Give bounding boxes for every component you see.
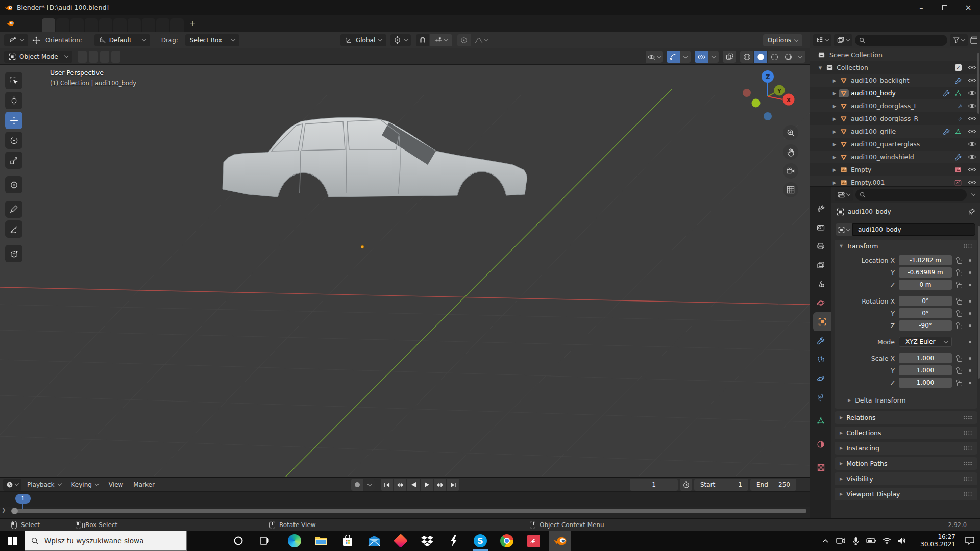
animate-dot-button[interactable] — [969, 271, 971, 274]
panel-drag-handle[interactable] — [963, 446, 972, 450]
lock-button[interactable] — [954, 339, 965, 345]
lock-button[interactable] — [954, 367, 965, 374]
keying-set-dropdown[interactable] — [364, 479, 375, 491]
meet-now-icon[interactable] — [833, 531, 848, 551]
transform-value-field[interactable]: -90° — [899, 320, 952, 331]
collapsed-panel[interactable]: ▶ Motion Paths — [835, 457, 977, 470]
lock-button[interactable] — [954, 310, 965, 317]
modifier-wrench-icon[interactable] — [954, 153, 962, 161]
lock-button[interactable] — [954, 298, 965, 305]
tab-view-layer[interactable] — [810, 256, 831, 274]
collapsed-panel[interactable]: ▶ Instancing — [835, 442, 977, 455]
options-dropdown[interactable]: Options — [763, 34, 802, 46]
edge-icon[interactable] — [283, 531, 306, 551]
tab-world[interactable] — [810, 293, 831, 312]
drag-dropdown[interactable]: Select Box — [185, 34, 239, 46]
tab-object-data[interactable] — [810, 411, 831, 430]
pin-icon[interactable] — [968, 208, 975, 215]
menu-item[interactable] — [17, 0, 28, 5]
tab-texture[interactable] — [810, 458, 831, 477]
move-tool-button[interactable] — [5, 112, 22, 129]
workspace-tab[interactable] — [99, 18, 112, 32]
show-overlays-toggle[interactable] — [695, 51, 708, 63]
cursor-tool-button[interactable] — [5, 92, 22, 109]
forza-icon[interactable] — [522, 531, 545, 551]
previous-keyframe-button[interactable] — [394, 479, 406, 491]
menu-item[interactable] — [17, 17, 28, 30]
tab-scene[interactable] — [810, 274, 831, 293]
current-frame-field[interactable]: 1 — [630, 479, 678, 491]
outliner-scrollbar[interactable] — [977, 53, 979, 114]
animate-dot-button[interactable] — [969, 284, 971, 286]
tab-modifiers[interactable] — [810, 331, 831, 350]
outliner-row[interactable]: ▶ audi100_windshield ✓ — [810, 151, 980, 163]
active-tool-dropdown[interactable] — [4, 34, 28, 46]
mesh-data-icon[interactable] — [954, 128, 962, 136]
snap-toggle-button[interactable] — [416, 34, 429, 46]
animate-dot-button[interactable] — [969, 300, 971, 303]
animate-dot-button[interactable] — [969, 259, 971, 262]
shading-settings-dropdown[interactable] — [795, 51, 805, 63]
lock-button[interactable] — [954, 322, 965, 329]
visibility-eye-icon[interactable] — [966, 167, 977, 172]
animate-dot-button[interactable] — [969, 324, 971, 327]
delta-transform-subpanel[interactable]: ▶ Delta Transform — [835, 392, 977, 409]
visibility-eye-icon[interactable] — [966, 154, 977, 160]
transform-value-field[interactable]: 1.000 — [899, 378, 952, 388]
viewport-menu-item[interactable] — [89, 51, 98, 63]
auto-keying-button[interactable] — [351, 479, 363, 491]
minimize-button[interactable]: – — [910, 0, 933, 15]
transform-tool-button[interactable] — [5, 176, 22, 193]
properties-search-input[interactable] — [855, 189, 967, 201]
image-data-outline-icon[interactable] — [954, 179, 962, 187]
tab-material[interactable] — [810, 435, 831, 454]
outliner-row[interactable]: ▶ Empty.001 ✓ — [810, 176, 980, 186]
modifier-wrench-icon[interactable] — [954, 77, 962, 85]
panel-drag-handle[interactable] — [963, 477, 972, 481]
zoom-button[interactable] — [783, 125, 798, 140]
lock-button[interactable] — [954, 355, 965, 362]
collapsed-panel[interactable]: ▶ Viewport Display — [835, 488, 977, 500]
modifier-wrench-partial-icon[interactable] — [958, 102, 962, 110]
visibility-eye-icon[interactable] — [966, 129, 977, 134]
rotate-tool-button[interactable] — [5, 132, 22, 149]
menu-item[interactable] — [17, 5, 28, 17]
scale-tool-button[interactable] — [5, 152, 22, 169]
visibility-eye-icon[interactable] — [966, 103, 977, 109]
outliner-filter-dropdown[interactable] — [950, 34, 968, 46]
panel-drag-handle[interactable] — [963, 431, 972, 435]
workspace-tab[interactable] — [70, 18, 84, 32]
lock-button[interactable] — [954, 257, 965, 264]
microphone-icon[interactable] — [848, 531, 864, 551]
properties-options-dropdown[interactable] — [969, 191, 977, 199]
mode-dropdown[interactable]: Object Mode — [4, 51, 72, 63]
outliner-search-input[interactable] — [855, 35, 947, 46]
workspace-tab[interactable] — [42, 18, 55, 32]
tab-physics[interactable] — [810, 369, 831, 388]
gizmo-settings-dropdown[interactable] — [680, 51, 691, 63]
expand-arrow-icon[interactable]: ▶ — [830, 78, 839, 83]
shading-solid-button[interactable] — [754, 51, 767, 63]
outliner-row[interactable]: ▶ audi100_body ✓ — [810, 87, 980, 99]
workspace-tab[interactable] — [85, 18, 98, 32]
transform-value-field[interactable]: -0.63989 m — [899, 267, 952, 278]
tray-chevron-up-icon[interactable] — [818, 531, 833, 551]
viewport-menu-item[interactable] — [111, 51, 120, 63]
animate-dot-button[interactable] — [969, 369, 971, 372]
mesh-data-icon[interactable] — [954, 89, 962, 97]
end-frame-field[interactable]: End250 — [750, 479, 796, 491]
jump-to-end-button[interactable] — [447, 479, 459, 491]
keying-menu[interactable]: Keying — [67, 481, 103, 488]
transform-value-field[interactable]: 0° — [899, 308, 952, 318]
playback-menu[interactable]: Playback — [22, 481, 66, 488]
outliner-display-mode-dropdown[interactable] — [834, 34, 852, 46]
new-collection-icon[interactable] — [970, 36, 977, 44]
dropbox-icon[interactable] — [416, 531, 438, 551]
3d-viewport[interactable]: User Perspective (1) Collection | audi10… — [0, 65, 810, 477]
outliner-row[interactable]: ▶ audi100_doorglass_F ✓ — [810, 99, 980, 112]
transform-value-field[interactable]: 1.000 — [899, 365, 952, 375]
proportional-editing-toggle[interactable] — [457, 34, 471, 46]
toggle-orthographic-button[interactable] — [783, 182, 798, 197]
chrome-icon[interactable] — [496, 531, 518, 551]
timeline-ruler[interactable]: 1 — [0, 492, 810, 507]
